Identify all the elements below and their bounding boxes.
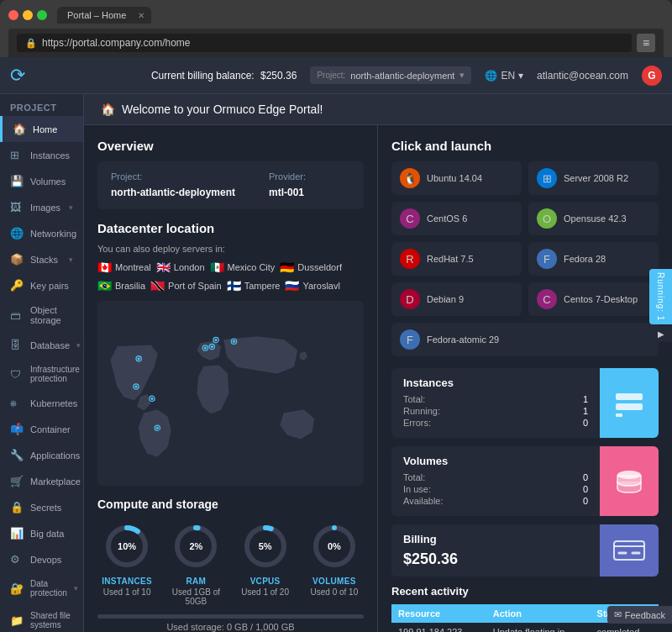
compute-grid: 10% INSTANCES Used 1 of 10 2% [97, 521, 364, 606]
feedback-button[interactable]: ✉ Feedback [607, 606, 672, 624]
launch-redhat[interactable]: R RedHat 7.5 [391, 242, 522, 276]
svg-rect-27 [616, 413, 622, 417]
city-brasilia: 🇧🇷Brasilia [97, 279, 145, 292]
project-label: Project: [111, 171, 235, 182]
svg-point-6 [156, 427, 159, 429]
volumes-inuse-row: In use:0 [403, 484, 588, 494]
sidebar-item-marketplace[interactable]: 🛒 Marketplace [0, 468, 83, 494]
city-mexicocity: 🇲🇽Mexico City [210, 261, 276, 274]
sidebar: Project 🏠 Home ⊞ Instances 💾 Volumes 🖼 I… [0, 94, 84, 632]
launch-centos7[interactable]: C Centos 7-Desktop [528, 282, 659, 316]
centos-icon: C [400, 208, 420, 229]
sidebar-item-database[interactable]: 🗄 Database ▾ [0, 332, 83, 358]
sidebar-label-dataprotection: Data protection [30, 579, 67, 598]
bigdata-icon: 📊 [10, 527, 24, 540]
sidebar-item-home[interactable]: 🏠 Home [0, 116, 83, 142]
sidebar-item-applications[interactable]: 🔧 Applications ▾ [0, 442, 83, 468]
ram-percent: 2% [189, 541, 202, 551]
welcome-icon: 🏠 [101, 103, 115, 116]
redhat-icon: R [400, 249, 420, 269]
launch-grid: 🐧 Ubuntu 14.04 ⊞ Server 2008 R2 C CentOS… [391, 161, 659, 356]
sharedfiles-icon: 📁 [10, 614, 24, 627]
launch-debian[interactable]: D Debian 9 [391, 282, 522, 316]
sidebar-label-instances: Instances [30, 150, 70, 161]
browser-menu-button[interactable]: ≡ [637, 34, 655, 52]
user-avatar[interactable]: G [642, 66, 662, 86]
provider-value: mtl-001 [269, 187, 304, 198]
volumes-icon-box [600, 446, 659, 516]
running-label: Running: 1 [649, 269, 672, 324]
activity-row-1: 199.91.184.223 Update floating ip comple… [391, 623, 659, 632]
sidebar-item-images[interactable]: 🖼 Images ▾ [0, 194, 83, 220]
close-button[interactable] [8, 10, 18, 20]
vcpus-label: VCPUS [236, 577, 295, 586]
ssl-lock-icon: 🔒 [25, 38, 37, 49]
svg-rect-29 [614, 541, 644, 560]
language-selector[interactable]: 🌐 EN ▾ [485, 70, 523, 82]
overview-box: Project: north-atlantic-deployment Provi… [97, 161, 364, 209]
project-selector[interactable]: Project: north-atlantic-deployment ▾ [310, 66, 471, 84]
ram-label: RAM [166, 577, 225, 586]
container-icon: 📫 [10, 423, 24, 435]
datacenter-subtitle: You can also deploy servers in: [97, 244, 364, 254]
browser-tab-title: Portal – Home [67, 10, 126, 20]
launch-server2008[interactable]: ⊞ Server 2008 R2 [528, 161, 659, 195]
infrastructure-icon: 🛡 [10, 368, 24, 381]
billing-stats-card: Billing $250.36 [391, 524, 659, 577]
activity-col-resource: Resource [391, 604, 486, 623]
billing-icon-box [600, 524, 659, 577]
volumes-stats-card: Volumes Total:0 In use:0 Available:0 [391, 446, 659, 516]
maximize-button[interactable] [37, 10, 47, 20]
sidebar-label-infrastructure: Infrastructure protection [30, 365, 80, 383]
sidebar-label-keypairs: Key pairs [30, 281, 69, 291]
instances-icon-box [600, 368, 659, 438]
city-portofspain: 🇹🇹Port of Spain [150, 279, 222, 292]
launch-opensuse[interactable]: O Opensuse 42.3 [528, 202, 659, 235]
sidebar-item-volumes[interactable]: 💾 Volumes [0, 168, 83, 194]
svg-point-8 [150, 398, 153, 400]
opensuse-icon: O [537, 208, 557, 229]
compute-ram: 2% RAM Used 1GB of 50GB [166, 521, 225, 606]
sidebar-item-kubernetes[interactable]: ⎈ Kubernetes [0, 390, 83, 416]
sidebar-label-volumes: Volumes [30, 176, 66, 187]
volumes-sub: Used 0 of 10 [305, 587, 364, 597]
sidebar-item-stacks[interactable]: 📦 Stacks ▾ [0, 246, 83, 272]
sidebar-item-networking[interactable]: 🌐 Networking ▾ [0, 220, 83, 246]
sidebar-item-container[interactable]: 📫 Container [0, 416, 83, 442]
svg-point-4 [134, 385, 137, 387]
city-yaroslavl: 🇷🇺Yaroslavl [285, 279, 339, 292]
sidebar-item-bigdata[interactable]: 📊 Big data [0, 520, 83, 546]
app-logo: ⟳ [10, 65, 25, 87]
kubernetes-icon: ⎈ [10, 397, 24, 409]
main-content: 🏠 Welcome to your Ormuco Edge Portal! Ov… [84, 94, 672, 632]
url-bar[interactable]: https://portal.company.com/home [42, 37, 191, 49]
svg-point-14 [214, 339, 217, 341]
launch-centos6[interactable]: C CentOS 6 [391, 202, 522, 235]
sidebar-item-secrets[interactable]: 🔒 Secrets [0, 494, 83, 520]
tab-close-icon[interactable]: ✕ [138, 11, 144, 20]
sidebar-item-keypairs[interactable]: 🔑 Key pairs [0, 272, 83, 298]
user-email[interactable]: atlantic@ocean.com [537, 70, 628, 82]
instances-stats-card: Instances Total:1 Running:1 Errors:0 [391, 368, 659, 438]
compute-instances: 10% INSTANCES Used 1 of 10 [97, 521, 156, 606]
minimize-button[interactable] [23, 10, 33, 20]
networking-icon: 🌐 [10, 227, 24, 240]
sidebar-item-dataprotection[interactable]: 🔐 Data protection ▾ [0, 572, 83, 604]
datacenter-cities: 🇨🇦Montreal 🇬🇧London 🇲🇽Mexico City 🇩🇪Duss… [97, 261, 364, 292]
launch-fedora[interactable]: F Fedora 28 [528, 242, 659, 276]
sidebar-item-objectstorage[interactable]: 🗃 Object storage [0, 298, 83, 332]
fedora-icon: F [537, 249, 557, 269]
sidebar-item-infrastructure[interactable]: 🛡 Infrastructure protection [0, 358, 83, 390]
expand-panel-button[interactable]: ▶ [649, 326, 672, 342]
svg-point-2 [138, 357, 140, 360]
datacenter-title: Datacenter location [97, 221, 364, 235]
sidebar-item-devops[interactable]: ⚙ Devops [0, 546, 83, 572]
sidebar-item-instances[interactable]: ⊞ Instances [0, 142, 83, 168]
world-map [97, 301, 364, 486]
launch-ubuntu[interactable]: 🐧 Ubuntu 14.04 [391, 161, 522, 195]
billing-value: $250.36 [260, 70, 297, 82]
billing-label: Current billing balance: $250.36 [151, 70, 297, 82]
launch-server2008-label: Server 2008 R2 [564, 173, 628, 183]
sidebar-item-sharedfiles[interactable]: 📁 Shared file systems [0, 604, 83, 632]
launch-fedora-atomic[interactable]: F Fedora-atomic 29 [391, 323, 659, 356]
